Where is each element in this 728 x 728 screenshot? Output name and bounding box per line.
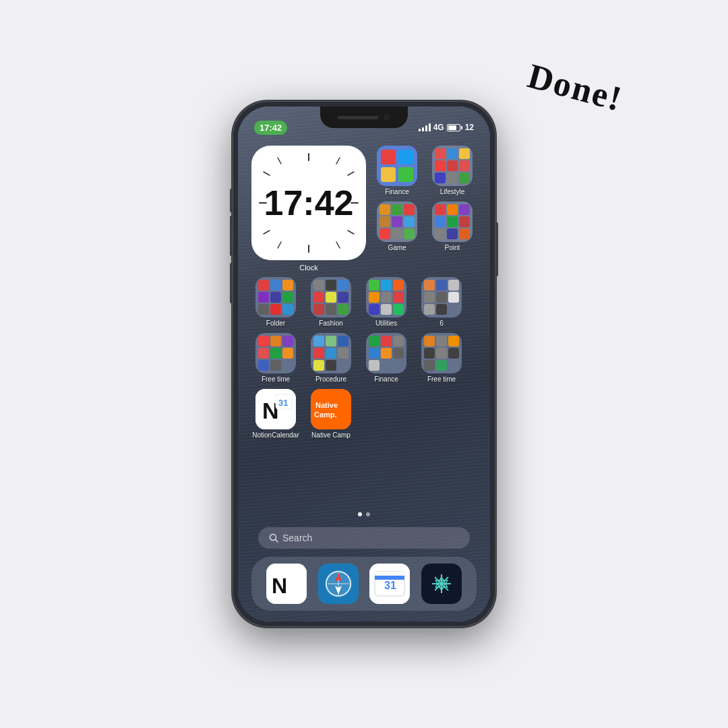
dock-notion-svg: N <box>266 564 307 604</box>
svg-rect-119 <box>424 360 435 371</box>
app-icon-native-camp[interactable]: Native Camp. Native Camp <box>307 389 355 439</box>
finance-icon <box>377 146 417 186</box>
icon-6-svg <box>421 277 462 317</box>
svg-rect-22 <box>447 160 458 171</box>
game-icon-svg <box>377 202 417 242</box>
svg-rect-16 <box>398 167 413 182</box>
native-camp-label: Native Camp <box>311 431 351 439</box>
app-icon-freetime2[interactable]: Free time <box>417 333 466 384</box>
folder-label: Folder <box>266 320 285 328</box>
svg-rect-71 <box>369 292 380 303</box>
svg-rect-54 <box>258 304 269 315</box>
svg-rect-90 <box>258 348 269 359</box>
finance2-icon <box>366 333 406 373</box>
app-icon-freetime1[interactable]: Free time <box>251 333 300 384</box>
app-icon-notion-cal[interactable]: N 31 NotionCalendar <box>251 389 300 439</box>
svg-rect-31 <box>380 216 390 227</box>
freetime1-icon-svg <box>255 333 296 373</box>
svg-line-8 <box>278 242 281 248</box>
icon-6 <box>421 277 462 317</box>
dock-notion[interactable]: N <box>266 564 307 604</box>
svg-line-6 <box>348 231 354 234</box>
battery-fill <box>448 125 456 130</box>
right-icon-area: Finance <box>373 146 477 252</box>
svg-rect-69 <box>381 280 392 291</box>
status-time: 17:42 <box>254 121 287 135</box>
app-icon-folder[interactable]: Folder <box>251 277 300 328</box>
power-button[interactable] <box>495 222 498 276</box>
svg-line-4 <box>336 158 340 164</box>
freetime1-label: Free time <box>262 375 290 384</box>
svg-rect-26 <box>459 173 470 183</box>
fashion-label: Fashion <box>319 320 343 328</box>
svg-line-9 <box>264 231 270 234</box>
utilities-label: Utilities <box>375 320 397 328</box>
dock-safari[interactable] <box>318 564 359 604</box>
front-camera <box>384 114 390 121</box>
dock: N <box>251 557 477 611</box>
app-icon-finance2[interactable]: Finance <box>362 333 411 384</box>
search-bar[interactable]: Search <box>258 527 470 549</box>
icon-row-game-point: Game <box>373 202 477 252</box>
app-icon-6[interactable]: 6 <box>417 277 466 328</box>
status-right: 4G 12 <box>419 123 474 132</box>
notion-cal-label: NotionCalendar <box>252 431 299 439</box>
svg-rect-43 <box>459 216 470 227</box>
notion-cal-svg: N 31 <box>255 389 296 429</box>
svg-rect-34 <box>380 229 390 239</box>
svg-rect-56 <box>282 304 293 315</box>
volume-down-button[interactable] <box>230 263 233 303</box>
battery-level: 12 <box>465 123 474 132</box>
fashion-icon-svg <box>311 277 351 317</box>
svg-rect-33 <box>404 216 415 227</box>
svg-rect-55 <box>270 304 281 315</box>
svg-rect-98 <box>338 336 348 346</box>
app-icon-fashion[interactable]: Fashion <box>307 277 355 328</box>
dock-gcal[interactable]: 31 <box>369 564 410 604</box>
svg-rect-110 <box>393 348 404 359</box>
clock-widget-wrapper[interactable]: 17:42 Clock <box>251 146 366 272</box>
battery-icon <box>447 124 462 131</box>
svg-rect-18 <box>435 148 446 159</box>
app-icon-point[interactable]: Point <box>428 202 477 252</box>
clock-widget[interactable]: 17:42 <box>251 146 366 260</box>
page-dot-2 <box>366 512 370 516</box>
point-label: Point <box>445 244 460 252</box>
svg-rect-62 <box>326 292 336 303</box>
volume-up-button[interactable] <box>230 216 233 256</box>
icon-row-4: N 31 NotionCalendar Native <box>251 389 477 439</box>
clock-row: 17:42 Clock <box>251 146 477 272</box>
dock-perplexity[interactable] <box>421 564 462 604</box>
clock-widget-label: Clock <box>299 264 318 272</box>
svg-rect-111 <box>369 360 380 371</box>
svg-rect-92 <box>282 348 293 359</box>
svg-rect-109 <box>381 348 392 359</box>
app-icon-procedure[interactable]: Procedure <box>307 333 355 384</box>
speaker <box>338 116 378 119</box>
native-camp-svg: Native Camp. <box>311 389 351 429</box>
svg-rect-125 <box>311 389 351 429</box>
folder-icon-svg <box>255 277 296 317</box>
svg-rect-102 <box>313 360 324 371</box>
app-icon-finance[interactable]: Finance <box>373 146 421 196</box>
svg-rect-97 <box>326 336 336 346</box>
lifestyle-icon <box>432 146 473 186</box>
freetime2-icon <box>421 333 462 373</box>
app-icon-utilities[interactable]: Utilities <box>362 277 411 328</box>
app-icon-game[interactable]: Game <box>373 202 421 252</box>
svg-rect-114 <box>436 336 447 346</box>
svg-rect-25 <box>447 173 458 183</box>
svg-rect-61 <box>313 292 324 303</box>
clock-ticks-svg <box>251 146 366 260</box>
finance-icon-svg <box>377 146 417 186</box>
svg-rect-20 <box>459 148 470 159</box>
procedure-icon-svg <box>311 333 351 373</box>
finance2-icon-svg <box>366 333 406 373</box>
game-icon <box>377 202 417 242</box>
utilities-icon <box>366 277 406 317</box>
svg-rect-101 <box>338 348 348 359</box>
svg-text:N: N <box>272 574 287 598</box>
freetime1-icon <box>255 333 296 373</box>
app-icon-lifestyle[interactable]: Lifestyle <box>428 146 477 196</box>
signal-bar-4 <box>429 123 431 131</box>
